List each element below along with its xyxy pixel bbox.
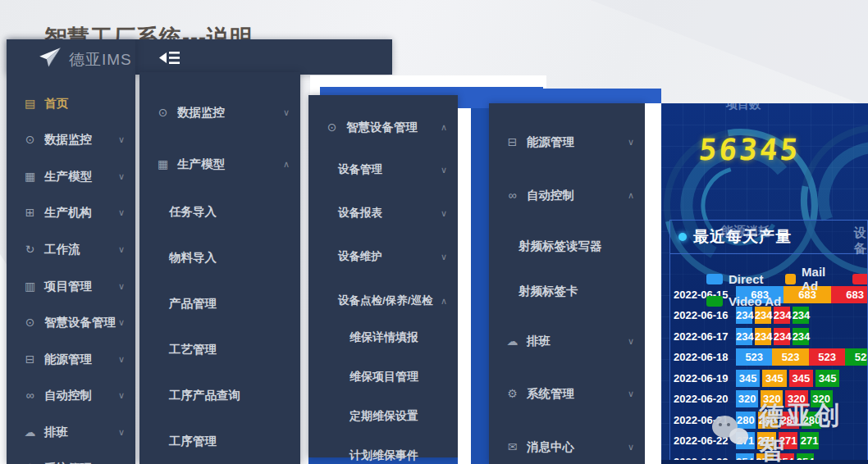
legend-swatch-icon [706,296,723,307]
menu-item-schedule[interactable]: ☁排班∨ [489,329,645,353]
chevron-down-icon: ∨ [118,354,135,365]
menu-item-maint-plan[interactable]: 计划维保事件 [308,444,458,464]
menu-item-maint-project[interactable]: 维保项目管理 [308,365,458,389]
menu-item-label: 设备报表 [338,206,382,221]
menu-item-label: 任务导入 [169,204,217,220]
menu-item-label: 生产模型 [177,157,225,172]
bar-segment: 234 [793,307,809,324]
menu-item-label: 自动控制 [527,188,574,203]
menu-item-maint-periodic[interactable]: 定期维保设置 [308,404,458,429]
menu-item-energy[interactable]: ⊟能源管理∨ [489,130,645,154]
chart-legend: DirectMail AdA [706,265,868,293]
bar-segment: 234 [774,307,790,324]
menu-item-maint-detail[interactable]: 维保详情填报 [308,325,458,350]
smart-device-icon: ⊙ [23,316,37,329]
chart-row-date: 2022-06-19 [670,372,734,384]
chevron-down-icon: ∨ [283,107,300,118]
project-icon: ▥ [23,280,37,293]
menu-item-home[interactable]: ▤首页 [7,91,135,116]
chart-row: 2022-06-17234234234234 [670,327,867,345]
menu-item-production-model[interactable]: ▦生产模型∧ [139,152,300,176]
watermark-text: 德亚创智 [759,398,868,464]
energy-control-menu-panel: ⊟能源管理∨∞自动控制∧射频标签读写器射频标签卡☁排班∨⚙系统管理∨✉消息中心∨ [489,103,645,464]
stacked-bar: 345345345345 [736,369,842,387]
menu-item-smart-device[interactable]: ⊙智慧设备管理∧ [308,115,458,139]
menu-item-device-mgmt[interactable]: 设备管理∨ [308,157,458,182]
production-model-icon: ▦ [23,170,37,183]
menu-item-label: 首页 [44,96,68,111]
legend-item[interactable]: Video Ad [706,294,781,308]
legend-item[interactable]: A [852,265,868,293]
menu-item-process-product-query[interactable]: 工序产品查询 [139,383,300,407]
paper-plane-icon [38,47,62,73]
envelope-icon: ✉ [505,440,519,453]
dashboard-fragment [471,108,489,464]
chevron-down-icon: ∨ [441,165,458,175]
dashboard-fragment [543,89,661,103]
menu-item-label: 产品管理 [169,296,217,312]
menu-item-data-monitor[interactable]: ⊙数据监控∨ [7,127,135,152]
cloud-schedule-icon: ☁ [505,334,519,348]
app-logo: 德亚IMS [38,47,132,73]
chart-row: 2022-06-16234234234234 [670,307,867,325]
menu-item-label: 射频标签卡 [519,284,578,299]
menu-item-production-org[interactable]: ⊞生产机构∨ [7,200,135,225]
menu-item-project[interactable]: ▥项目管理∨ [7,274,135,298]
menu-item-process-mgmt[interactable]: 工序管理 [139,429,300,453]
menu-item-label: 排班 [527,334,550,349]
menu-item-smart-device[interactable]: ⊙智慧设备管理∨ [7,310,135,334]
bar-segment: 345 [736,370,760,387]
chevron-down-icon: ∨ [118,427,135,438]
menu-item-label: 数据监控 [44,132,92,148]
menu-item-system[interactable]: ⚙系统管理∨ [7,456,135,464]
menu-item-label: 消息中心 [527,439,574,455]
menu-item-task-import[interactable]: 任务导入 [139,199,300,224]
menu-item-label: 项目管理 [44,279,92,294]
menu-item-data-monitor[interactable]: ⊙数据监控∨ [139,100,300,125]
menu-item-label: 生产机构 [44,205,92,221]
menu-item-product-mgmt[interactable]: 产品管理 [139,291,300,316]
menu-item-rfid-reader[interactable]: 射频标签读写器 [489,234,645,258]
menu-item-system[interactable]: ⚙系统管理∨ [489,381,645,406]
chevron-down-icon: ∨ [628,336,645,347]
menu-item-device-maintain[interactable]: 设备维护∨ [308,244,458,269]
app-logo-text: 德亚IMS [69,49,132,71]
menu-item-workflow[interactable]: ↻工作流∨ [7,237,135,262]
menu-item-label: 定期维保设置 [349,409,418,424]
stat-label: 项目数 [661,103,825,112]
legend-swatch-icon [706,274,723,284]
smart-device-icon: ⊙ [325,121,339,134]
menu-item-label: 智慧设备管理 [44,315,116,330]
menu-item-schedule[interactable]: ☁排班∨ [7,420,135,444]
chevron-down-icon: ∨ [118,134,135,145]
menu-item-auto-control[interactable]: ∞自动控制∨ [7,383,135,407]
legend-swatch-icon [852,274,868,284]
menu-item-auto-control[interactable]: ∞自动控制∧ [489,183,645,207]
data-monitor-icon: ⊙ [23,133,37,146]
legend-label: Mail Ad [802,265,831,293]
legend-item[interactable]: Direct [706,265,764,293]
menu-item-label: 能源管理 [44,352,92,367]
menu-item-energy[interactable]: ⊟能源管理∨ [7,347,135,371]
bar-segment: 234 [736,307,752,324]
chevron-down-icon: ∨ [628,389,645,399]
menu-item-device-inspection[interactable]: 设备点检/保养/巡检∧ [308,289,458,313]
bar-segment: 234 [755,307,771,324]
org-chart-icon: ⊞ [23,206,37,219]
menu-item-material-import[interactable]: 物料导入 [139,245,300,270]
menu-item-label: 工序产品查询 [169,388,240,403]
chevron-down-icon: ∨ [628,442,645,453]
menu-item-device-report[interactable]: 设备报表∨ [308,201,458,225]
menu-item-rfid-card[interactable]: 射频标签卡 [489,279,645,303]
production-model-icon: ▦ [156,157,170,171]
collapse-sidebar-icon[interactable] [158,49,180,70]
chevron-down-icon: ∨ [118,390,135,401]
menu-item-label: 设备维护 [338,249,382,264]
menu-item-production-model[interactable]: ▦生产模型∨ [7,164,135,189]
menu-item-craft-mgmt[interactable]: 工艺管理 [139,337,300,362]
menu-item-message-center[interactable]: ✉消息中心∨ [489,434,645,459]
menu-item-label: 系统管理 [44,461,92,464]
home-icon: ▤ [23,97,37,110]
bar-segment: 234 [755,328,771,345]
legend-item[interactable]: Mail Ad [785,265,831,293]
